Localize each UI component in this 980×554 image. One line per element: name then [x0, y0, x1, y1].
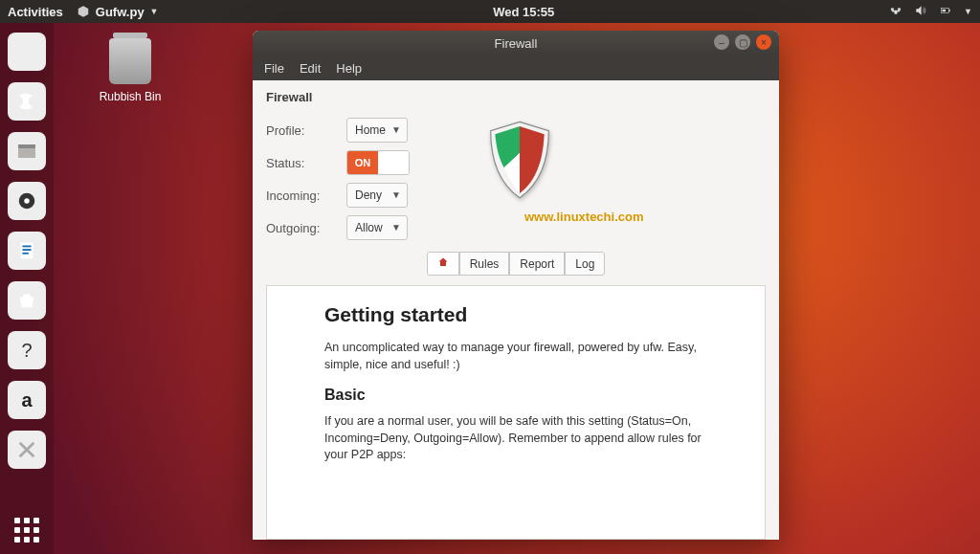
content-basic: If you are a normal user, you will be sa…: [324, 413, 707, 464]
tab-home[interactable]: [427, 252, 459, 276]
window-minimize-button[interactable]: –: [714, 34, 729, 50]
svg-rect-4: [18, 148, 35, 158]
system-menu-chevron-icon[interactable]: ▼: [964, 7, 972, 16]
desktop-trash-label: Rubbish Bin: [84, 90, 176, 103]
window-maximize-button[interactable]: ▢: [735, 34, 750, 50]
battery-icon[interactable]: [939, 4, 952, 20]
section-title: Firewall: [266, 90, 766, 104]
dock-files-icon[interactable]: [8, 132, 46, 170]
menu-edit[interactable]: Edit: [300, 61, 321, 76]
dock-thunderbird-icon[interactable]: [8, 82, 46, 121]
volume-icon[interactable]: [914, 4, 927, 20]
content-intro: An uncomplicated way to manage your fire…: [324, 340, 707, 373]
status-label: Status:: [266, 156, 346, 170]
incoming-select[interactable]: Deny▼: [346, 183, 408, 208]
app-menu[interactable]: Gufw.py ▼: [77, 5, 159, 19]
shield-icon: [486, 120, 553, 200]
content-heading: Getting started: [324, 303, 707, 326]
activities-button[interactable]: Activities: [8, 5, 63, 19]
dock-software-icon[interactable]: [8, 281, 46, 320]
clock[interactable]: Wed 15:55: [159, 5, 890, 19]
app-menu-label: Gufw.py: [96, 5, 145, 19]
status-toggle[interactable]: ON: [346, 150, 410, 175]
window-close-button[interactable]: ×: [756, 34, 771, 50]
svg-rect-3: [18, 144, 35, 148]
launcher-dock: ? a: [0, 23, 54, 554]
app-menu-icon: [77, 5, 90, 18]
dock-gufw-icon[interactable]: [8, 431, 46, 469]
tab-rules[interactable]: Rules: [459, 252, 510, 276]
window-title: Firewall: [495, 36, 538, 51]
top-bar: Activities Gufw.py ▼ Wed 15:55 ▼: [0, 0, 980, 23]
status-on-label: ON: [347, 151, 378, 174]
firewall-window: Firewall – ▢ × File Edit Help Firewall P…: [253, 31, 779, 540]
dock-rhythmbox-icon[interactable]: [8, 182, 46, 220]
svg-point-6: [24, 198, 30, 204]
chevron-down-icon: ▼: [150, 7, 159, 16]
chevron-down-icon: ▼: [391, 222, 401, 233]
menu-help[interactable]: Help: [336, 61, 362, 76]
svg-rect-9: [22, 249, 31, 251]
chevron-down-icon: ▼: [391, 124, 401, 135]
watermark-text: www.linuxtechi.com: [524, 210, 643, 224]
profile-label: Profile:: [266, 123, 346, 138]
show-applications-icon[interactable]: [14, 518, 39, 543]
tab-report[interactable]: Report: [509, 252, 565, 276]
trash-icon: [109, 38, 151, 84]
svg-rect-10: [22, 253, 28, 255]
outgoing-label: Outgoing:: [266, 221, 346, 235]
dock-help-icon[interactable]: ?: [8, 331, 46, 369]
home-icon: [437, 256, 449, 271]
desktop-trash[interactable]: Rubbish Bin: [84, 38, 176, 103]
window-titlebar[interactable]: Firewall – ▢ ×: [253, 31, 779, 55]
incoming-label: Incoming:: [266, 188, 346, 203]
svg-rect-8: [22, 246, 31, 248]
window-menubar: File Edit Help: [253, 55, 779, 80]
profile-select[interactable]: Home▼: [346, 118, 408, 143]
svg-rect-1: [949, 9, 950, 11]
tab-log[interactable]: Log: [565, 252, 605, 276]
dock-firefox-icon[interactable]: [8, 33, 46, 71]
dock-amazon-icon[interactable]: a: [8, 381, 46, 419]
chevron-down-icon: ▼: [391, 189, 401, 200]
menu-file[interactable]: File: [264, 61, 284, 76]
content-pane[interactable]: Getting started An uncomplicated way to …: [266, 285, 766, 540]
outgoing-select[interactable]: Allow▼: [346, 215, 408, 240]
svg-rect-2: [943, 9, 947, 11]
tab-strip: Rules Report Log: [266, 252, 766, 276]
dock-writer-icon[interactable]: [8, 232, 46, 270]
content-subheading: Basic: [324, 387, 707, 404]
network-icon[interactable]: [889, 4, 902, 20]
